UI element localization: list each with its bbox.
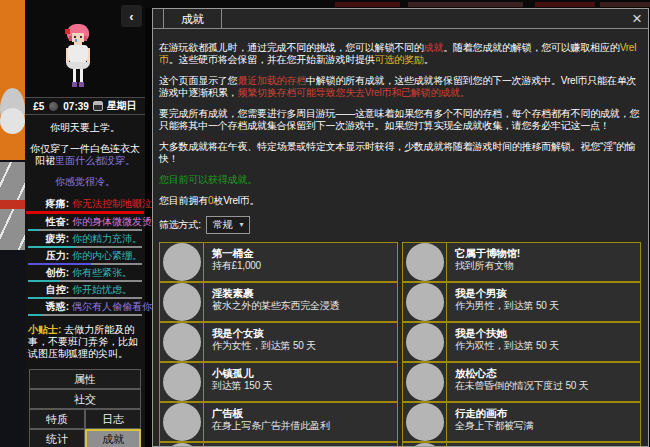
achievement-item xyxy=(402,442,641,447)
achievement-desc: 在身上写条广告并借此盈利 xyxy=(212,420,330,432)
filter-row: 筛选方式: 常规 ▾ xyxy=(159,216,641,234)
achievement-item: 小镇孤儿到达第 150 天 xyxy=(159,362,398,402)
calendar-icon xyxy=(93,101,103,111)
stat-bar xyxy=(28,246,142,248)
achievement-item: 它属于博物馆!找到所有文物 xyxy=(402,242,641,282)
stat-bar-fill xyxy=(26,211,144,214)
tip-label: 小贴士: xyxy=(28,324,61,335)
dimmed-text-fragment xyxy=(408,2,523,7)
dialog-paragraph: 您目前可以获得成就。 xyxy=(159,174,641,186)
achievement-text: 小镇孤儿到达第 150 天 xyxy=(204,363,276,401)
art-dark-area xyxy=(0,250,25,447)
achievement-icon xyxy=(163,403,201,441)
stat-bar xyxy=(26,211,144,214)
achievement-icon xyxy=(163,363,201,401)
achievement-title: 我是个男孩 xyxy=(455,287,559,300)
nav-achievements-button[interactable]: 成就 xyxy=(85,429,141,447)
stat-value-text: 你开始忧虑。 xyxy=(72,284,132,296)
paragraph-text: 大多数成就将在午夜、特定场景或特定文本显示时获得，少数成就将随着游戏时间的推移而… xyxy=(159,141,636,164)
game-screen: ‹ £5 07:39 星期日 你明天要上学。 你仅穿了一件白色连衣太阳裙里面什么… xyxy=(0,0,650,447)
dialog-header: 成就 × xyxy=(153,9,648,29)
time-icon xyxy=(48,101,59,112)
achievement-text: 淫装素裹被水之外的某些东西完全浸透 xyxy=(204,283,343,321)
achievement-icon-cell xyxy=(160,283,204,321)
nav-social-button[interactable]: 社交 xyxy=(29,389,141,409)
sprite-shoe xyxy=(79,82,84,87)
achievement-desc: 被水之外的某些东西完全浸透 xyxy=(212,300,339,312)
stat-bar-fill xyxy=(28,246,76,248)
nav-statistics-button[interactable]: 统计 xyxy=(29,429,85,447)
close-icon[interactable]: × xyxy=(632,9,642,29)
achievement-icon-cell xyxy=(160,243,204,281)
achievement-item: 我是个女孩作为女性，到达第 50 天 xyxy=(159,322,398,362)
achievement-title: 它属于博物馆! xyxy=(455,247,520,260)
money-value: £5 xyxy=(33,101,44,112)
dialog-body: 在游玩欲都孤儿时，通过完成不同的挑战，您可以解锁不同的成就。随着您成就的解锁，您… xyxy=(153,29,648,447)
highlighted-text: 您目前可以获得成就。 xyxy=(159,174,257,185)
outfit-description: 你仅穿了一件白色连衣太阳裙里面什么都没穿。 xyxy=(28,143,142,167)
achievement-item: 淫装素裹被水之外的某些东西完全浸透 xyxy=(159,282,398,322)
achievement-icon xyxy=(406,363,444,401)
highlighted-text: 最近加载的存档 xyxy=(237,75,306,86)
paragraph-text: 。 xyxy=(424,54,434,65)
dimmed-text-fragment xyxy=(600,2,650,7)
achievement-icon xyxy=(406,443,444,447)
stat-bar-fill xyxy=(28,280,60,282)
dialog-paragraph: 大多数成就将在午夜、特定场景或特定文本显示时获得，少数成就将随着游戏时间的推移而… xyxy=(159,141,641,165)
nav-attributes-button[interactable]: 属性 xyxy=(29,369,141,389)
filter-select[interactable]: 常规 ▾ xyxy=(206,216,250,234)
achievement-text: 我是个扶她作为双性，到达第 50 天 xyxy=(447,323,563,361)
nav-journal-button[interactable]: 日志 xyxy=(85,409,141,429)
achievement-item: 放松心态在未曾昏倒的情况下度过 50 天 xyxy=(402,362,641,402)
stat-label: 疲劳: xyxy=(27,233,69,245)
stat-bar-fill xyxy=(28,263,91,265)
paragraph-text: 在游玩欲都孤儿时，通过完成不同的挑战，您可以解锁不同的 xyxy=(159,42,424,53)
stat-bar xyxy=(28,263,142,265)
stat-label: 诱惑: xyxy=(27,301,69,313)
dialog-paragraph: 这个页面显示了您最近加载的存档中解锁的所有成就，这些成就将保留到您的下一次游戏中… xyxy=(159,75,641,99)
background-art xyxy=(0,0,25,447)
stat-bar xyxy=(28,314,142,316)
achievement-title: 淫装素裹 xyxy=(212,287,339,300)
sprite-leg xyxy=(80,69,83,82)
achievement-text: 第一桶金持有£1,000 xyxy=(204,243,265,281)
character-sprite xyxy=(61,24,95,90)
sidebar-collapse-button[interactable]: ‹ xyxy=(121,5,142,27)
achievement-icon-cell xyxy=(403,243,447,281)
achievement-icon-cell xyxy=(403,403,447,441)
achievement-item: 第一桶金持有£1,000 xyxy=(159,242,398,282)
achievement-icon xyxy=(406,323,444,361)
achievement-icon xyxy=(406,283,444,321)
achievement-desc: 作为男性，到达第 50 天 xyxy=(455,300,559,312)
achievement-item: 我是个男孩作为男性，到达第 50 天 xyxy=(402,282,641,322)
stat-bar xyxy=(28,297,142,299)
stat-bar xyxy=(28,280,142,282)
sidebar-nav: 属性 社交 特质 日志 统计 成就 选项 存档 xyxy=(29,369,141,447)
achievement-text: 放松心态在未曾昏倒的情况下度过 50 天 xyxy=(447,363,592,401)
nav-traits-button[interactable]: 特质 xyxy=(29,409,85,429)
highlighted-text: 成就 xyxy=(424,42,444,53)
stat-label: 创伤: xyxy=(27,267,69,279)
achievement-desc: 到达第 150 天 xyxy=(212,380,272,392)
sprite-hair-bow xyxy=(65,29,70,34)
achievement-icon-cell xyxy=(160,403,204,441)
stat-label: 自控: xyxy=(27,284,69,296)
tip-text: 小贴士: 去做力所能及的事，不要班门弄斧，比如试图压制狐狸的尖叫。 xyxy=(28,324,142,360)
dimmed-background-row xyxy=(145,0,650,8)
achievement-desc: 作为双性，到达第 50 天 xyxy=(455,340,559,352)
achievement-title: 行走的画布 xyxy=(455,407,533,420)
dialog-paragraph: 要完成所有成就，您需要进行多周目游玩——这意味着如果您有多个不同的存档，每个存档… xyxy=(159,108,641,132)
temperature-status: 你感觉很冷。 xyxy=(25,175,145,189)
dimmed-text-fragment xyxy=(535,2,595,7)
achievement-desc: 在未曾昏倒的情况下度过 50 天 xyxy=(455,380,588,392)
dialog-title-tab: 成就 xyxy=(163,9,222,29)
achievement-icon-cell xyxy=(160,323,204,361)
stat-row: 性奋:你的身体微微发烫。 xyxy=(27,216,143,228)
stat-value-text: 你的身体微微发烫。 xyxy=(72,216,162,228)
stat-value-text: 你的内心紧绷。 xyxy=(72,250,142,262)
achievement-item xyxy=(159,442,398,447)
time-value: 07:39 xyxy=(63,101,89,112)
outfit-underwear-text: 里面什么都没穿。 xyxy=(55,155,135,166)
achievements-grid: 第一桶金持有£1,000它属于博物馆!找到所有文物淫装素裹被水之外的某些东西完全… xyxy=(159,242,641,447)
filter-label: 筛选方式: xyxy=(159,219,201,231)
